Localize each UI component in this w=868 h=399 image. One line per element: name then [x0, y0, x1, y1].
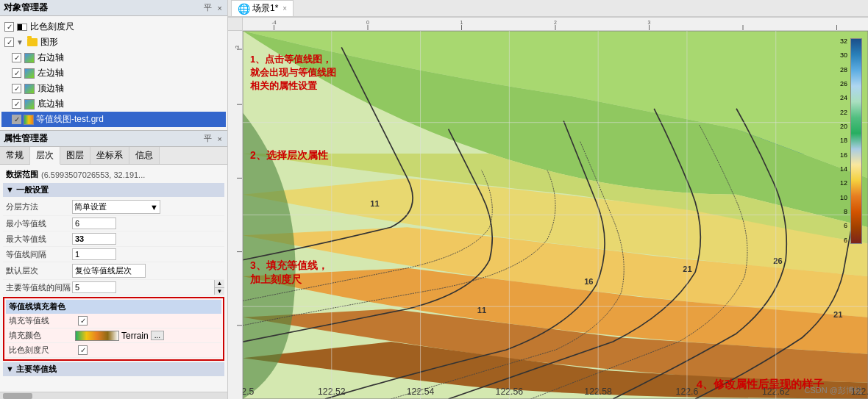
fill-color-picker[interactable]: Terrain ... [75, 331, 164, 341]
legend-val-12: 12 [840, 180, 847, 187]
default-level-label: 默认层次 [6, 265, 72, 276]
bottom-axis-label: 底边轴 [38, 98, 64, 110]
legend-val-16: 16 [840, 152, 847, 159]
bottom-axis-icon [24, 98, 35, 110]
max-label: 最大等值线 [6, 234, 72, 245]
major-interval-value[interactable]: 5 [72, 281, 116, 293]
fill-contour-checkbox[interactable] [78, 316, 88, 326]
scroll-down-btn[interactable]: ▼ [215, 288, 224, 295]
graphics-icon [26, 37, 38, 48]
tab-info[interactable]: 信息 [129, 147, 160, 164]
top-ruler-row: -4 0 1 2 3 [228, 18, 868, 31]
obj-manager-dock-btn[interactable]: 平 [202, 2, 213, 13]
terrain-label: Terrain [121, 331, 149, 341]
svg-text:122.5: 122.5 [243, 387, 255, 397]
contour-map-svg: 11 11 16 21 26 [243, 31, 868, 399]
contour-fill-section: 等值线填充着色 填充等值线 填充颜色 Terrain ... [3, 297, 224, 361]
left-axis-icon [24, 68, 35, 79]
tree-item-contour[interactable]: 等值线图-test.grd [1, 112, 226, 127]
tree-item-left-axis[interactable]: 左边轴 [1, 65, 226, 81]
tab-bar: 🌐 场景1* × [228, 0, 868, 18]
tree-item-graphics[interactable]: ▼ 图形 [1, 35, 226, 50]
annotation-step3: 3、填充等值线， 加上刻度尺 [250, 244, 328, 287]
tab-coords[interactable]: 坐标系 [90, 147, 129, 164]
fill-color-row: 填充颜色 Terrain ... [6, 328, 221, 343]
scale-bar-label: 比色刻度尺 [9, 345, 75, 356]
annotation-step2: 2、选择层次属性 [250, 148, 328, 163]
legend-val-22: 22 [840, 109, 847, 116]
tab-level[interactable]: 层次 [30, 147, 60, 165]
prop-row-default-level: 默认层次 复位等值线层次 [3, 262, 224, 280]
top-axis-label: 顶边轴 [38, 82, 64, 95]
tab-layer[interactable]: 图层 [60, 147, 90, 164]
scale-bar-row: 比色刻度尺 [6, 343, 221, 358]
scene-tab-close[interactable]: × [282, 4, 287, 12]
main-values-header[interactable]: ▼ 主要等值线 [3, 362, 224, 376]
bottom-axis-checkbox[interactable] [12, 99, 21, 109]
legend-val-14: 14 [840, 166, 847, 173]
svg-text:-3: -3 [235, 46, 240, 50]
method-select[interactable]: 简单设置 ▼ [72, 200, 160, 214]
tree-item-bottom-axis[interactable]: 底边轴 [1, 96, 226, 112]
tab-normal[interactable]: 常规 [0, 147, 30, 164]
min-label: 最小等值线 [6, 218, 72, 229]
scale-bar-checkbox[interactable] [78, 345, 88, 355]
prop-manager-dock-btn[interactable]: 平 [202, 133, 213, 144]
prop-row-interval: 等值线间隔 1 [3, 247, 224, 262]
legend-val-10: 10 [840, 195, 847, 201]
color-picker-btn[interactable]: ... [151, 331, 164, 340]
scalebar-checkbox[interactable] [4, 22, 14, 32]
legend-labels: 32 30 28 26 24 22 20 18 16 14 12 10 [840, 38, 847, 244]
right-axis-icon [24, 52, 35, 64]
prop-scrollbar[interactable] [0, 392, 227, 399]
main-values-expand: ▼ [6, 364, 16, 373]
scene-tab-label: 场景1* [252, 2, 278, 15]
default-level-value[interactable]: 复位等值线层次 [72, 264, 146, 278]
data-range-label: 数据范围 [6, 169, 38, 180]
general-settings-header[interactable]: ▼ 一般设置 [3, 183, 224, 197]
top-axis-checkbox[interactable] [12, 84, 21, 93]
data-range-row: 数据范围 (6.5993507026553, 32.191... [3, 168, 224, 181]
legend-val-28: 28 [840, 67, 847, 73]
svg-text:16: 16 [584, 277, 593, 286]
prop-manager-titlebar: 属性管理器 平 × [0, 131, 227, 147]
legend-val-26: 26 [840, 81, 847, 87]
prop-manager-close-btn[interactable]: × [216, 133, 224, 144]
prop-manager-title: 属性管理器 [4, 132, 48, 145]
tree-item-right-axis[interactable]: 右边轴 [1, 50, 226, 65]
legend-val-6b: 6 [840, 237, 847, 244]
graphics-label: 图形 [40, 36, 58, 48]
min-value[interactable]: 6 [72, 218, 116, 229]
scalebar-label: 比色刻度尺 [30, 21, 74, 33]
contour-checkbox[interactable] [12, 115, 21, 124]
obj-manager-close-btn[interactable]: × [216, 2, 224, 13]
left-axis-label: 左边轴 [38, 67, 64, 79]
scalebar-icon [16, 21, 28, 33]
svg-text:11: 11 [477, 306, 486, 314]
method-label: 分层方法 [6, 201, 72, 212]
scroll-up-btn[interactable]: ▲ [215, 280, 224, 288]
obj-manager-title: 对象管理器 [4, 1, 48, 14]
fill-contour-row: 填充等值线 [6, 314, 221, 328]
contour-fill-title: 等值线填充着色 [6, 300, 221, 314]
right-panel: 🌐 场景1* × -4 0 1 [228, 0, 868, 399]
scrollbar-thumb[interactable] [3, 393, 32, 399]
tree-item-scalebar[interactable]: 比色刻度尺 [1, 19, 226, 35]
right-axis-label: 右边轴 [38, 51, 64, 64]
max-value[interactable]: 33 [72, 233, 116, 245]
prop-row-min: 最小等值线 6 [3, 216, 224, 231]
scene-tab[interactable]: 🌐 场景1* × [231, 0, 294, 16]
legend-gradient-bar [850, 38, 862, 244]
properties-manager: 属性管理器 平 × 常规 层次 图层 坐标系 信息 数据范围 (6.599350… [0, 131, 227, 399]
graphics-checkbox[interactable] [4, 37, 14, 47]
prop-content-area: 数据范围 (6.5993507026553, 32.191... ▼ 一般设置 … [0, 165, 227, 392]
graphics-expand[interactable]: ▼ [16, 38, 25, 46]
left-axis-checkbox[interactable] [12, 68, 21, 78]
right-axis-checkbox[interactable] [12, 53, 21, 62]
interval-value[interactable]: 1 [72, 248, 116, 260]
tree-item-top-axis[interactable]: 顶边轴 [1, 81, 226, 96]
watermark: CSDN @彭博锐 [805, 385, 862, 396]
globe-icon: 🌐 [238, 3, 250, 15]
vertical-ruler: -3 [228, 31, 243, 399]
object-tree: 比色刻度尺 ▼ 图形 右边轴 [0, 16, 227, 130]
